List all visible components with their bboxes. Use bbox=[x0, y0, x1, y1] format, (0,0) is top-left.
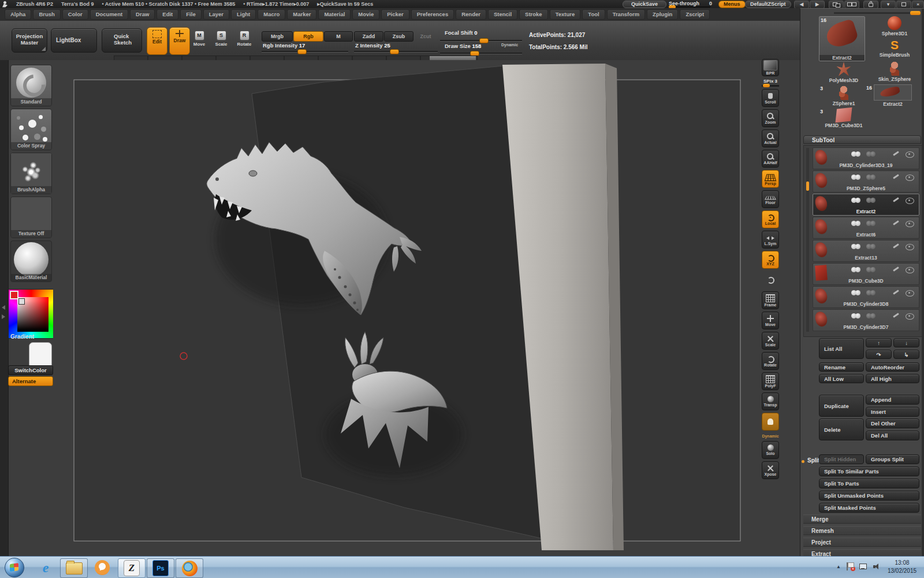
menu-item[interactable]: Tool bbox=[582, 9, 605, 20]
material-thumbnail[interactable]: BasicMaterial bbox=[10, 240, 52, 282]
start-button[interactable] bbox=[5, 558, 24, 577]
spix-handle[interactable] bbox=[763, 84, 770, 87]
spix-slider[interactable]: SPix 3 bbox=[762, 79, 779, 87]
right-shelf-button[interactable]: Rotate bbox=[762, 352, 779, 370]
menu-item[interactable]: Render bbox=[456, 9, 486, 20]
uv-toggle-icon[interactable] bbox=[870, 221, 875, 226]
right-shelf-button[interactable]: Scale bbox=[762, 332, 779, 350]
delete-button[interactable]: Delete bbox=[819, 418, 864, 440]
menu-item[interactable]: Zplugin bbox=[647, 9, 678, 20]
polypaint-toggle-icon[interactable] bbox=[855, 175, 860, 180]
menu-item[interactable]: Stroke bbox=[519, 9, 548, 20]
move-down-button[interactable]: ↓ bbox=[893, 338, 919, 347]
switchcolor-button[interactable]: SwitchColor bbox=[8, 365, 53, 375]
menu-item[interactable]: Draw bbox=[130, 9, 155, 20]
quick-sketch-button[interactable]: Quick Sketch bbox=[102, 28, 142, 53]
taskbar-photoshop[interactable]: Ps bbox=[147, 558, 174, 578]
default-zscript-button[interactable]: DefaultZScript bbox=[745, 1, 791, 8]
menu-item[interactable]: Picker bbox=[381, 9, 409, 20]
menu-item[interactable]: Light bbox=[231, 9, 256, 20]
paint-icon[interactable] bbox=[893, 290, 899, 295]
uv-toggle-icon[interactable] bbox=[870, 175, 875, 180]
right-shelf-button[interactable] bbox=[762, 413, 779, 431]
m-button[interactable]: M bbox=[324, 31, 353, 42]
subtool-row[interactable]: PM3D_Cylinder3D3_19 bbox=[813, 147, 919, 169]
right-shelf-button[interactable]: Frame bbox=[762, 291, 779, 309]
bpr-render-button[interactable]: BPR bbox=[762, 59, 779, 76]
document-canvas[interactable] bbox=[53, 60, 800, 556]
del-other-button[interactable]: Del Other bbox=[866, 418, 919, 428]
project-section[interactable]: Project bbox=[803, 538, 921, 547]
polypaint-toggle-icon[interactable] bbox=[855, 313, 860, 318]
right-shelf-button[interactable]: Persp bbox=[762, 170, 779, 188]
list-all-button[interactable]: List All bbox=[819, 338, 864, 359]
edit-mode-button[interactable]: Edit bbox=[147, 27, 167, 55]
visibility-eye-icon[interactable] bbox=[906, 313, 914, 320]
right-shelf-button[interactable]: XYZ bbox=[762, 251, 779, 269]
paint-icon[interactable] bbox=[893, 174, 899, 179]
split-section-header[interactable]: Split bbox=[807, 457, 820, 464]
menu-item[interactable]: Preferences bbox=[411, 9, 454, 20]
rename-button[interactable]: Rename bbox=[819, 362, 864, 372]
right-shelf-button[interactable]: AAHalf bbox=[762, 150, 779, 168]
polypaint-toggle-icon[interactable] bbox=[855, 244, 860, 249]
menu-item[interactable]: Material bbox=[318, 9, 351, 20]
left-tray-divider[interactable] bbox=[0, 60, 9, 556]
right-shelf-button[interactable]: Transp bbox=[762, 392, 779, 410]
menu-item[interactable]: Transform bbox=[607, 9, 645, 20]
all-low-button[interactable]: All Low bbox=[819, 374, 864, 383]
panel-vertical-scrollbar[interactable] bbox=[922, 9, 924, 557]
tray-expand-icon[interactable]: ▲ bbox=[836, 564, 841, 569]
rgb-button[interactable]: Rgb bbox=[293, 31, 323, 42]
focal-shift-slider[interactable] bbox=[440, 40, 522, 41]
subtool-row[interactable]: Extract2 bbox=[813, 194, 919, 216]
taskbar-clock[interactable]: 13:08 13/02/2015 bbox=[882, 559, 922, 575]
brush-thumbnail-standard[interactable]: Standard bbox=[10, 65, 52, 106]
network-icon[interactable] bbox=[859, 563, 867, 570]
right-shelf-button[interactable]: Zoom bbox=[762, 109, 779, 127]
duplicate-forward-button[interactable]: ↷ bbox=[866, 350, 892, 359]
paint-icon[interactable] bbox=[893, 266, 899, 272]
polypaint-toggle-icon[interactable] bbox=[855, 290, 860, 295]
subtool-scroll-handle[interactable] bbox=[806, 181, 809, 191]
right-shelf-button[interactable]: Actual bbox=[762, 129, 779, 147]
draw-size-slider[interactable] bbox=[440, 53, 522, 54]
menu-item[interactable]: Texture bbox=[550, 9, 581, 20]
right-shelf-button[interactable] bbox=[762, 271, 779, 289]
split-hidden-button[interactable]: Split Hidden bbox=[819, 454, 864, 464]
polypaint-toggle-icon[interactable] bbox=[855, 221, 860, 226]
zadd-button[interactable]: Zadd bbox=[354, 31, 383, 42]
uv-toggle-icon[interactable] bbox=[870, 290, 875, 295]
right-shelf-button[interactable]: Solo bbox=[762, 441, 779, 459]
taskbar-firefox[interactable] bbox=[176, 558, 203, 578]
zsub-button[interactable]: Zsub bbox=[384, 31, 413, 42]
menu-item[interactable]: Macro bbox=[258, 9, 285, 20]
visibility-eye-icon[interactable] bbox=[906, 198, 914, 204]
move-mode-button[interactable]: MMove bbox=[191, 31, 208, 47]
uv-toggle-icon[interactable] bbox=[870, 313, 875, 318]
taskbar-ie[interactable]: e bbox=[32, 558, 59, 577]
remesh-section[interactable]: Remesh bbox=[803, 526, 921, 535]
paint-icon[interactable] bbox=[893, 243, 899, 249]
restore-icon[interactable] bbox=[896, 1, 911, 9]
tile-windows-icon[interactable] bbox=[844, 1, 859, 9]
right-shelf-button[interactable]: Xpose bbox=[762, 461, 779, 479]
insert-button[interactable]: Insert bbox=[866, 407, 919, 417]
lightbox-button[interactable]: LightBox bbox=[51, 28, 97, 53]
menu-item[interactable]: Alpha bbox=[5, 9, 31, 20]
subtool-row[interactable]: PM3D_Cylinder3D7 bbox=[813, 309, 919, 331]
uv-toggle-icon[interactable] bbox=[870, 198, 875, 203]
visibility-eye-icon[interactable] bbox=[906, 151, 914, 158]
right-shelf-button[interactable]: Local bbox=[762, 210, 779, 228]
append-button[interactable]: Append bbox=[866, 395, 919, 405]
del-all-button[interactable]: Del All bbox=[866, 431, 919, 440]
menu-item[interactable]: Stencil bbox=[488, 9, 517, 20]
visibility-eye-icon[interactable] bbox=[906, 244, 914, 250]
menu-item[interactable]: Layer bbox=[203, 9, 229, 20]
z-intensity-handle[interactable] bbox=[390, 49, 399, 54]
visibility-eye-icon[interactable] bbox=[906, 221, 914, 227]
menu-item[interactable]: Edit bbox=[157, 9, 178, 20]
menu-item[interactable]: Movie bbox=[352, 9, 379, 20]
panel-scrollbar[interactable] bbox=[834, 12, 921, 14]
subtool-row[interactable]: PM3D_Cylinder3D8 bbox=[813, 286, 919, 308]
